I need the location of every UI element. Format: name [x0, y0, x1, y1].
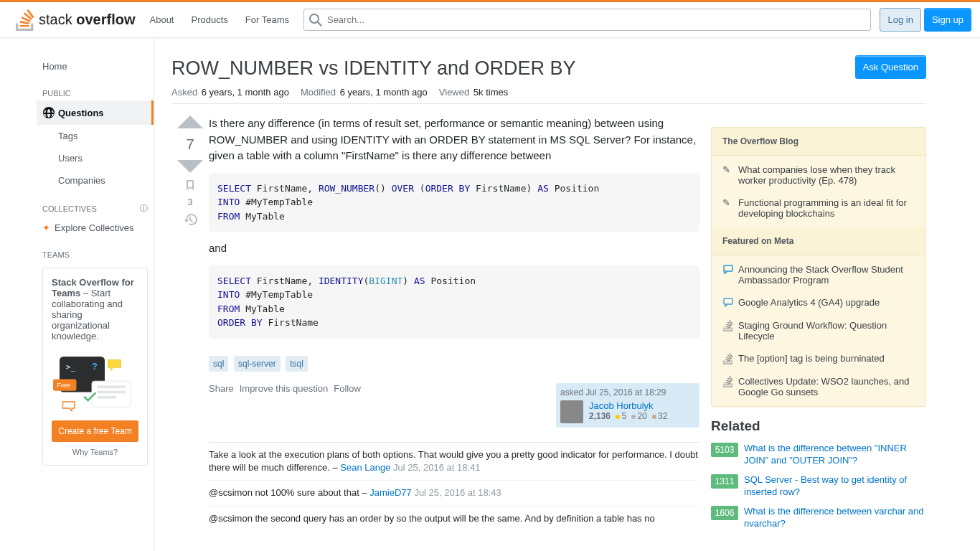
pencil-icon: ✎ — [722, 164, 738, 186]
user-name[interactable]: Jacob Horbulyk — [589, 400, 667, 411]
main-content: ROW_NUMBER vs IDENTITY and ORDER BY Ask … — [154, 38, 943, 551]
user-card: asked Jul 25, 2016 at 18:29 Jacob Horbul… — [556, 383, 699, 428]
stackoverflow-icon — [722, 376, 738, 397]
related-list: 5103What is the difference between "INNE… — [711, 443, 926, 529]
related-item[interactable]: 5103What is the difference between "INNE… — [711, 443, 926, 467]
share-link[interactable]: Share — [209, 383, 234, 394]
nav-products[interactable]: Products — [182, 10, 236, 29]
related-item[interactable]: 1606What is the difference between varch… — [711, 506, 926, 530]
and-text: and — [209, 240, 699, 257]
tag[interactable]: sql-server — [234, 356, 281, 372]
related-score: 1311 — [711, 474, 738, 489]
related-header: Related — [711, 418, 926, 434]
why-teams-link[interactable]: Why Teams? — [52, 448, 138, 456]
nav-questions[interactable]: Questions — [37, 100, 154, 125]
nav-explore-collectives[interactable]: ✦ Explore Collectives — [37, 217, 154, 239]
logo[interactable]: stack overflow — [9, 2, 141, 37]
question-body: Is there any difference (in terms of res… — [209, 116, 699, 164]
related-score: 1606 — [711, 506, 738, 520]
stackoverflow-icon — [722, 353, 738, 364]
info-icon[interactable]: ⓘ — [140, 203, 148, 214]
teams-illustration: >_ ? Free — [52, 350, 145, 415]
upvote-button[interactable] — [177, 116, 203, 128]
public-label: PUBLIC — [37, 77, 154, 100]
blog-item[interactable]: ✎What companies lose when they track wor… — [712, 159, 925, 192]
ask-question-button[interactable]: Ask Question — [855, 55, 926, 79]
meta-item[interactable]: Announcing the Stack Overflow Student Am… — [712, 258, 925, 291]
bookmark-icon[interactable] — [184, 179, 197, 192]
logo-text: stack overflow — [39, 11, 136, 28]
collectives-label: COLLECTIVES — [42, 204, 97, 213]
downvote-button[interactable] — [177, 160, 203, 173]
history-icon[interactable] — [184, 213, 197, 226]
vote-count: 7 — [186, 130, 194, 159]
improve-link[interactable]: Improve this question — [240, 383, 329, 394]
avatar[interactable] — [560, 400, 583, 423]
question-meta: Asked 6 years, 1 month ago Modified 6 ye… — [171, 87, 926, 104]
comment: Take a look at the execution plans of bo… — [209, 443, 699, 481]
nav-for-teams[interactable]: For Teams — [237, 10, 298, 29]
pencil-icon: ✎ — [722, 197, 738, 219]
tag-list: sql sql-server tsql — [209, 356, 699, 372]
stackoverflow-icon — [14, 9, 36, 31]
related-score: 5103 — [711, 443, 738, 457]
blog-item[interactable]: ✎Functional programming is an ideal fit … — [712, 192, 925, 225]
teams-label: TEAMS — [37, 239, 154, 262]
comment-user[interactable]: Sean Lange — [340, 462, 390, 473]
tag[interactable]: sql — [209, 356, 228, 372]
svg-text:Free: Free — [57, 382, 70, 389]
code-block-2: SELECT FirstName, IDENTITY(BIGINT) AS Po… — [209, 265, 699, 339]
speech-bubble-icon — [722, 264, 738, 286]
nav-tags[interactable]: Tags — [37, 125, 154, 147]
right-sidebar: The Overflow Blog ✎What companies lose w… — [711, 127, 926, 537]
bookmark-count: 3 — [188, 197, 193, 207]
svg-text:?: ? — [92, 362, 98, 372]
signup-button[interactable]: Sign up — [924, 8, 971, 32]
teams-promo: Stack Overflow for Teams – Start collabo… — [42, 268, 148, 466]
svg-rect-7 — [97, 391, 126, 394]
svg-rect-10 — [724, 298, 732, 304]
user-reputation: 2,136 5 20 32 — [589, 411, 667, 421]
speech-bubble-icon — [722, 297, 738, 309]
site-header: stack overflow About Products For Teams … — [0, 2, 980, 38]
create-team-button[interactable]: Create a free Team — [52, 420, 138, 442]
search-input[interactable] — [303, 9, 872, 31]
nav-companies[interactable]: Companies — [37, 169, 154, 192]
community-bulletin: The Overflow Blog ✎What companies lose w… — [711, 127, 926, 407]
meta-item[interactable]: Google Analytics 4 (GA4) upgrade — [712, 291, 925, 314]
search-icon — [309, 14, 322, 27]
globe-icon — [42, 106, 55, 119]
nav-users[interactable]: Users — [37, 147, 154, 169]
code-block-1: SELECT FirstName, ROW_NUMBER() OVER (ORD… — [209, 173, 699, 232]
follow-link[interactable]: Follow — [334, 383, 361, 394]
svg-text:>_: >_ — [66, 362, 75, 372]
nav-about[interactable]: About — [141, 10, 183, 29]
svg-rect-8 — [97, 396, 116, 399]
blog-header: The Overflow Blog — [712, 128, 925, 156]
comment: @scsimon not 100% sure about that – Jami… — [209, 481, 699, 506]
nav-home[interactable]: Home — [37, 55, 154, 77]
star-icon: ✦ — [42, 222, 50, 233]
tag[interactable]: tsql — [286, 356, 308, 372]
question-title: ROW_NUMBER vs IDENTITY and ORDER BY — [171, 55, 576, 81]
vote-controls: 7 3 — [171, 116, 209, 537]
svg-rect-6 — [97, 386, 126, 389]
left-sidebar: Home PUBLIC Questions Tags Users Compani… — [37, 38, 154, 551]
asked-time: asked Jul 25, 2016 at 18:29 — [560, 387, 695, 397]
post-actions: Share Improve this question Follow — [209, 383, 361, 394]
meta-item[interactable]: The [option] tag is being burninated — [712, 347, 925, 370]
svg-rect-5 — [92, 381, 131, 407]
meta-item[interactable]: Collectives Update: WSO2 launches, and G… — [712, 370, 925, 403]
comment-user[interactable]: JamieD77 — [369, 487, 412, 498]
related-item[interactable]: 1311SQL Server - Best way to get identit… — [711, 474, 926, 499]
search-wrap — [303, 9, 872, 31]
login-button[interactable]: Log in — [880, 8, 920, 32]
comment: @scsimon the second query has an order b… — [209, 507, 699, 531]
stackoverflow-icon — [722, 320, 738, 342]
meta-item[interactable]: Staging Ground Workflow: Question Lifecy… — [712, 314, 925, 347]
comments-list: Take a look at the execution plans of bo… — [209, 442, 699, 531]
meta-header: Featured on Meta — [712, 227, 925, 255]
